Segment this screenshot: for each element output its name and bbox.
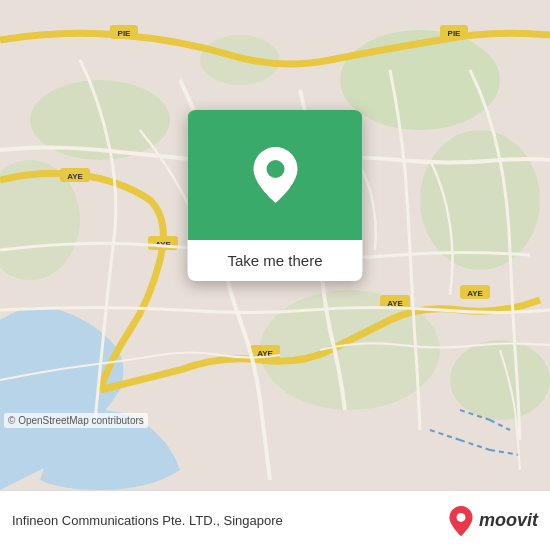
svg-point-29 [457, 513, 466, 522]
map-attribution: © OpenStreetMap contributors [4, 413, 148, 428]
moovit-brand-text: moovit [479, 510, 538, 531]
svg-text:AYE: AYE [67, 172, 83, 181]
location-name: Infineon Communications Pte. LTD., Singa… [12, 513, 447, 528]
svg-text:PIE: PIE [118, 29, 132, 38]
svg-point-28 [266, 160, 284, 178]
map-container: AYE AYE AYE AYE PIE PIE AYE S [0, 0, 550, 490]
popup-header [188, 110, 363, 240]
svg-text:PIE: PIE [448, 29, 462, 38]
bottom-bar: Infineon Communications Pte. LTD., Singa… [0, 490, 550, 550]
take-me-there-button[interactable]: Take me there [188, 240, 363, 281]
svg-point-2 [420, 130, 540, 270]
svg-text:AYE: AYE [467, 289, 483, 298]
moovit-pin-icon [447, 505, 475, 537]
location-popup: Take me there [188, 110, 363, 281]
moovit-logo: moovit [447, 505, 538, 537]
location-pin-icon [250, 145, 300, 205]
